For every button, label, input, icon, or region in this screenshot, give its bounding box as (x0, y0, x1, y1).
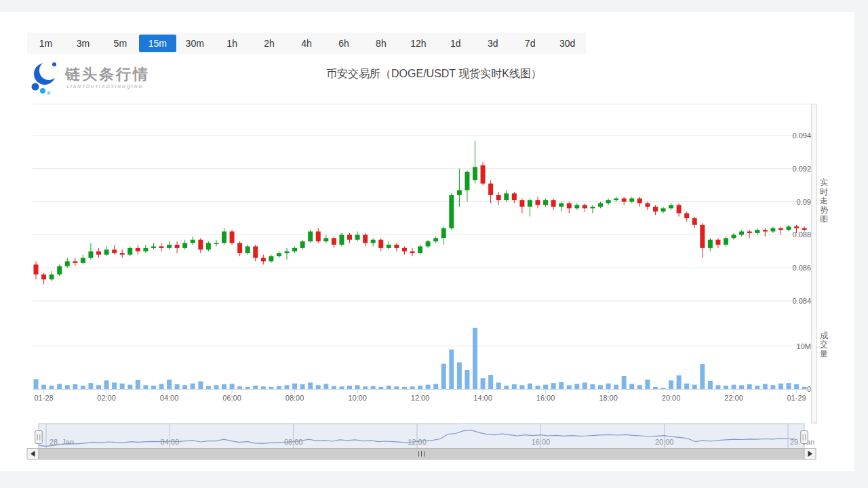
candle (645, 203, 650, 207)
volume-bar (230, 384, 235, 389)
timeframe-button-12h[interactable]: 12h (399, 33, 437, 54)
pane-title-price: 实 (820, 178, 828, 187)
timeframe-button-1m[interactable]: 1m (27, 33, 64, 54)
timeframe-button-30m[interactable]: 30m (176, 33, 214, 54)
candle (104, 249, 109, 254)
candle (755, 230, 760, 233)
navigator-label: 16:00 (532, 438, 551, 446)
volume-bar (661, 388, 666, 389)
candle (387, 245, 391, 248)
volume-bar (473, 328, 477, 389)
candle (143, 248, 148, 251)
candle (724, 238, 728, 245)
volume-bar (191, 384, 195, 389)
navigator-handle-left[interactable] (35, 431, 43, 444)
candle (574, 205, 579, 208)
candle (237, 243, 242, 253)
volume-bar (34, 379, 39, 389)
timeframe-button-6h[interactable]: 6h (326, 33, 363, 54)
volume-bar (371, 386, 376, 389)
volume-bar (182, 385, 187, 389)
candle (637, 199, 642, 203)
timeframe-button-15m[interactable]: 15m (139, 35, 176, 52)
volume-bar (637, 385, 642, 389)
pane-title-price: 时 (820, 187, 828, 197)
candle (50, 274, 54, 279)
x-axis-label: 01-28 (34, 394, 53, 402)
candle (661, 208, 666, 211)
candle (653, 207, 658, 211)
candle (426, 241, 431, 246)
candle (473, 167, 477, 180)
price-axis-label: 0.084 (792, 297, 811, 305)
x-axis-label: 02:00 (97, 394, 116, 402)
candle (504, 193, 509, 200)
volume-bar (441, 364, 446, 389)
x-axis-label: 20:00 (662, 394, 681, 402)
volume-bar (112, 382, 117, 389)
logo-icon (30, 61, 61, 95)
volume-bar (512, 384, 517, 389)
candle (34, 264, 39, 274)
price-axis-label: 0.094 (792, 131, 811, 140)
candle (763, 230, 768, 231)
candle (394, 245, 399, 248)
candle (316, 232, 321, 242)
candle (606, 200, 611, 203)
volume-bar (50, 386, 54, 389)
timeframe-button-3m[interactable]: 3m (64, 33, 102, 54)
y-axis-scrollbar[interactable] (812, 104, 816, 424)
volume-bar (755, 386, 760, 389)
candle (512, 193, 517, 200)
volume-bar (378, 387, 383, 389)
navigator-handle-right[interactable] (801, 431, 808, 444)
volume-bar (206, 386, 211, 389)
candle (528, 200, 532, 207)
candle (112, 249, 117, 253)
timeframe-button-1d[interactable]: 1d (437, 33, 474, 54)
volume-bar (645, 380, 650, 389)
candle (65, 261, 70, 266)
candle (167, 245, 172, 248)
x-axis-label: 18:00 (599, 394, 618, 402)
candle (622, 199, 627, 202)
timeframe-button-3d[interactable]: 3d (474, 33, 511, 54)
candle (198, 240, 203, 250)
volume-bar (724, 386, 728, 389)
timeframe-button-1h[interactable]: 1h (214, 33, 251, 54)
timeframe-button-8h[interactable]: 8h (362, 33, 399, 54)
candle (778, 228, 783, 230)
volume-bar (308, 382, 313, 389)
timeframe-button-30d[interactable]: 30d (549, 33, 586, 54)
pane-title-price: 势 (820, 205, 828, 215)
volume-bar (708, 381, 713, 389)
candle (73, 261, 77, 262)
volume-bar (519, 385, 524, 389)
candle (598, 203, 603, 207)
volume-bar (692, 385, 697, 389)
volume-bar (136, 380, 140, 389)
candle (175, 245, 180, 248)
timeframe-button-7d[interactable]: 7d (511, 33, 549, 54)
navigator-label: 04:00 (161, 438, 180, 446)
pane-title-price: 走 (820, 196, 828, 205)
timeframe-button-2h[interactable]: 2h (251, 33, 288, 54)
candle (292, 248, 297, 251)
candle (732, 235, 736, 238)
logo-name: 链头条行情 (65, 66, 150, 83)
volume-bar (355, 385, 360, 389)
candle (488, 184, 493, 195)
timeframe-button-4h[interactable]: 4h (288, 33, 326, 54)
candle (590, 207, 595, 208)
timeframe-button-5m[interactable]: 5m (102, 33, 139, 54)
volume-bar (496, 382, 501, 389)
page-background: 1m3m5m15m30m1h2h4h6h8h12h1d3d7d30d 链头条行情… (0, 0, 868, 488)
volume-bar (551, 383, 556, 389)
x-axis-label: 22:00 (724, 394, 743, 402)
candle (559, 203, 564, 207)
candle (159, 246, 164, 247)
volume-bar (143, 385, 148, 389)
volume-bar (543, 385, 548, 389)
candle (441, 228, 446, 239)
x-axis-label: 08:00 (285, 394, 304, 402)
